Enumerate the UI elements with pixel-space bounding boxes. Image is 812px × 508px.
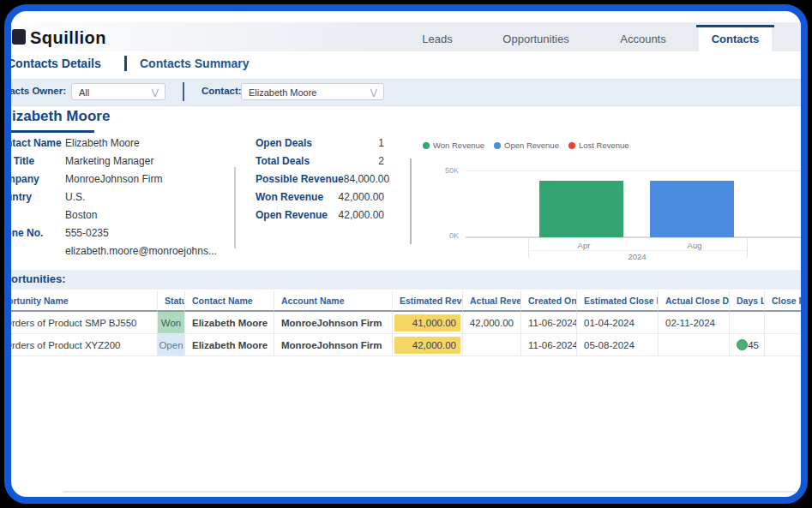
app-logo: Squillion [30, 28, 106, 48]
status-badge: Open [158, 334, 185, 356]
x-axis-tick [747, 237, 748, 258]
chevron-down-icon: ⋁ [152, 84, 159, 101]
won-revenue-dot-icon [423, 142, 430, 149]
col-days-left[interactable]: Days Left [730, 291, 765, 312]
estimated-revenue-highlight: 41,000.00 [394, 314, 460, 332]
field-value-phone: 555-0235 [65, 227, 109, 239]
col-estimated-revenue[interactable]: Estimated Revenue [393, 291, 463, 312]
subtab-divider [124, 56, 127, 71]
y-tick-0k: 0K [431, 231, 459, 240]
x-label-aug: Aug [688, 241, 702, 250]
col-created-on[interactable]: Created On [521, 291, 577, 312]
col-contact-name[interactable]: Contact Name [185, 291, 274, 312]
col-actual-close-date[interactable]: Actual Close Date [659, 291, 730, 312]
days-left-dot-icon [737, 339, 748, 350]
col-opportunity-name[interactable]: Opportunity Name [4, 291, 158, 312]
x-axis-tick [528, 237, 529, 258]
field-label-country: Country [4, 191, 32, 203]
horizontal-scrollbar[interactable] [63, 491, 808, 493]
cell-estimated-revenue: 41,000.00 [393, 312, 463, 334]
stat-label: Possible Revenue [256, 173, 344, 185]
gridline-50k [466, 170, 808, 171]
status-badge: Won [158, 312, 185, 334]
stat-open-revenue: Open Revenue 42,000.00 [256, 209, 384, 221]
stat-open-deals: Open Deals 1 [256, 137, 384, 149]
contact-dropdown-value: Elizabeth Moore [249, 87, 317, 98]
x-axis-line [466, 236, 808, 238]
cell-account-name: MonroeJohnson Firm [274, 334, 393, 356]
tab-leads[interactable]: Leads [422, 33, 452, 45]
cell-opportunity-name[interactable]: Orders of Product SMP BJ550 [4, 312, 158, 334]
app-window: Squillion Leads Opportunities Accounts C… [4, 4, 808, 504]
stat-won-revenue: Won Revenue 42,000.00 [256, 191, 384, 203]
opportunities-band [4, 270, 808, 290]
x-label-apr: Apr [578, 241, 591, 250]
stat-value: 2 [378, 155, 384, 167]
field-value-contact-name: Elizabeth Moore [65, 137, 140, 149]
field-label-phone: Phone No. [4, 227, 43, 239]
cell-days-left: 45 [730, 334, 765, 356]
stat-label: Open Deals [256, 137, 312, 149]
legend-item-open: Open Revenue [494, 140, 559, 150]
cell-created-on: 11-06-2024 [521, 334, 577, 356]
cell-actual-close-date: 02-11-2024 [659, 312, 730, 334]
filter-divider [183, 82, 184, 101]
days-left-value: 45 [748, 334, 764, 356]
cell-created-on: 11-06-2024 [521, 312, 577, 334]
stat-possible-revenue: Possible Revenue 84,000.00 [256, 173, 384, 185]
col-account-name[interactable]: Account Name [274, 291, 393, 312]
open-revenue-dot-icon [494, 142, 501, 149]
field-label-job-title: Job Title [4, 155, 34, 167]
chart-divider [410, 158, 412, 244]
stat-value: 84,000.00 [344, 173, 389, 185]
subtab-contacts-summary[interactable]: Contacts Summary [140, 57, 250, 70]
contact-dropdown[interactable]: Elizabeth Moore ⋁ [241, 83, 384, 100]
bar-open-aug[interactable] [650, 181, 734, 237]
cell-close-probability [765, 334, 808, 356]
stat-label: Won Revenue [256, 191, 323, 203]
cell-estimated-close-date: 05-08-2024 [577, 334, 659, 356]
estimated-revenue-highlight: 42,000.00 [394, 337, 460, 354]
bar-won-apr[interactable] [539, 181, 623, 237]
tab-accounts[interactable]: Accounts [620, 33, 665, 45]
stat-value: 42,000.00 [339, 209, 384, 221]
cell-actual-close-date [659, 334, 730, 356]
contact-heading-underline [4, 130, 94, 133]
lost-revenue-dot-icon [568, 142, 575, 149]
cell-account-name: MonroeJohnson Firm [274, 312, 393, 334]
col-estimated-close-date[interactable]: Estimated Close Date [577, 291, 659, 312]
contact-heading: Elizabeth Moore [4, 108, 110, 125]
tab-contacts[interactable]: Contacts [699, 27, 772, 51]
col-close-probability[interactable]: Close Probability [765, 291, 808, 312]
cell-estimated-close-date: 01-04-2024 [577, 312, 659, 334]
stat-value: 1 [378, 137, 384, 149]
legend-item-won: Won Revenue [423, 140, 484, 150]
panel-divider [234, 167, 236, 248]
cell-contact-name: Elizabeth Moore [185, 312, 274, 334]
logo-icon [12, 29, 26, 45]
contacts-owner-value: All [79, 87, 89, 98]
cell-contact-name: Elizabeth Moore [185, 334, 274, 356]
subtab-contacts-details[interactable]: Contacts Details [7, 57, 101, 70]
cell-days-left [730, 312, 765, 334]
cell-opportunity-name[interactable]: Orders of Product XYZ200 [4, 334, 158, 356]
y-tick-50k: 50K [431, 166, 459, 175]
stat-label: Total Deals [256, 155, 310, 167]
opportunities-title: Opportunities: [4, 272, 66, 285]
field-value-email: elizabeth.moore@monroejohns... [65, 245, 217, 257]
cell-estimated-revenue: 42,000.00 [393, 334, 463, 356]
col-status[interactable]: Status [158, 291, 185, 312]
legend-label: Lost Revenue [579, 140, 629, 150]
stat-label: Open Revenue [256, 209, 328, 221]
col-actual-revenue[interactable]: Actual Revenue [463, 291, 521, 312]
header-bar [4, 22, 808, 51]
chevron-down-icon: ⋁ [370, 84, 377, 101]
x-group-label-2024: 2024 [628, 252, 646, 261]
legend-label: Won Revenue [433, 140, 484, 150]
contacts-owner-label: Contacts Owner: [4, 86, 66, 96]
legend-item-lost: Lost Revenue [568, 140, 629, 150]
opportunities-table: Opportunity Name Status Contact Name Acc… [4, 291, 808, 356]
app-content: Squillion Leads Opportunities Accounts C… [4, 11, 808, 497]
tab-opportunities[interactable]: Opportunities [502, 33, 568, 45]
contacts-owner-dropdown[interactable]: All ⋁ [71, 83, 165, 100]
